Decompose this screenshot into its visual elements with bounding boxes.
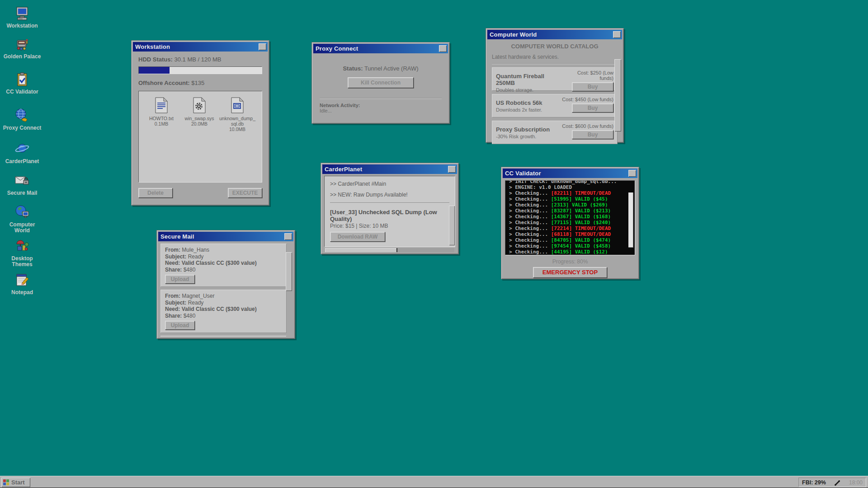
desktop-icon-label: Notepad (3, 290, 42, 296)
carderplanet-titlebar[interactable]: CarderPlanet (322, 164, 457, 174)
divider (492, 63, 618, 64)
computer-icon (14, 5, 30, 22)
globe-monitor-icon (14, 204, 30, 221)
file-howto-txt[interactable]: HOWTO.txt0.1MB (142, 97, 180, 127)
buy-button[interactable]: Buy (572, 103, 613, 113)
desktop-icon-proxy-connect[interactable]: Proxy Connect (3, 108, 42, 131)
file-panel: HOWTO.txt0.1MBwin_swap.sys20.0MBunknown_… (138, 91, 262, 183)
windows-logo-icon (3, 479, 9, 486)
product-name: Quantum Fireball 250MB (496, 73, 563, 86)
file-win-swap-sys[interactable]: win_swap.sys20.0MB (180, 97, 218, 127)
product-purchase: Cost: $600 (Low funds)Buy (562, 123, 613, 141)
desktop-icon-label: CarderPlanet (3, 159, 42, 164)
window-button[interactable] (613, 31, 621, 38)
desktop-icon-computer-world[interactable]: Computer World (3, 204, 42, 234)
desktop-icon-label: Secure Mail (3, 190, 42, 196)
mail-field: Need: Valid Classic CC ($300 value) (165, 260, 282, 267)
product-card-quantum-fireball-250mb: Quantum Fireball 250MBDoubles storage.Co… (492, 67, 618, 91)
vertical-scrollbar[interactable] (449, 206, 455, 245)
cc-validator-titlebar[interactable]: CC Validator (503, 169, 637, 178)
mail-field: Share: $480 (165, 267, 282, 273)
upload-button[interactable]: Upload (165, 321, 195, 330)
buy-button[interactable]: Buy (572, 130, 613, 139)
desktop-icon-label: Proxy Connect (3, 125, 42, 131)
desktop-icon-golden-palace[interactable]: Golden Palace (3, 36, 42, 60)
secure-mail-titlebar[interactable]: Secure Mail (158, 232, 293, 241)
mail-lock-icon (14, 173, 30, 189)
validator-terminal: > INIT CHECK: unknown_dump_sql.db...> EN… (505, 180, 635, 255)
vertical-scrollbar[interactable] (628, 192, 633, 248)
vertical-scrollbar[interactable] (286, 252, 292, 291)
product-cost: Cost: $450 (Low funds) (562, 97, 613, 102)
kill-connection-button[interactable]: Kill Connection (348, 77, 414, 88)
offshore-account-value: $135 (191, 80, 204, 86)
desktop-icon-label: Desktop Themes (3, 256, 42, 267)
window-button[interactable] (259, 43, 266, 50)
desktop-icon-cc-validator[interactable]: CC Validator (3, 71, 42, 95)
mail-field: Need: Valid Classic CC ($300 value) (165, 306, 282, 313)
product-card-us-robotics-56k: US Robotics 56kDownloads 2x faster.Cost:… (492, 94, 618, 117)
desktop-icon-label: Workstation (3, 23, 42, 29)
emergency-stop-button[interactable]: EMERGENCY STOP (533, 267, 607, 278)
mail-field: From: Magnet_User (165, 293, 282, 300)
window-button[interactable] (628, 170, 636, 177)
product-purchase: Cost: $250 (Low funds)Buy (563, 70, 613, 88)
computer-world-titlebar[interactable]: Computer World (487, 30, 622, 39)
file-unknown-dump-sql-db[interactable]: unknown_dump_sql.db10.0MB (218, 97, 256, 132)
chat-line: >> CarderPlanet #Main (330, 181, 449, 187)
desktop-icon-label: CC Validator (3, 89, 42, 95)
hdd-status-value: 30.1 MB / 120 MB (174, 56, 221, 63)
product-info: Proxy Subscription-30% Risk growth. (496, 123, 550, 141)
desktop-icon-label: Golden Palace (3, 54, 42, 60)
execute-button[interactable]: EXECUTE (228, 188, 262, 198)
desktop: WorkstationGolden PalaceCC ValidatorProx… (0, 0, 868, 488)
window-button[interactable] (448, 166, 456, 173)
horizontal-scrollbar[interactable] (325, 248, 454, 252)
file-name: unknown_dump_sql.db (218, 116, 256, 127)
window-title: CarderPlanet (325, 166, 362, 173)
upload-button[interactable]: Upload (165, 275, 195, 284)
terminal-line: > Checking... [51995] VALID ($45) (509, 196, 631, 202)
window-button[interactable] (284, 233, 292, 240)
product-desc: Downloads 2x faster. (496, 107, 542, 113)
horizontal-scrollbar-thumb[interactable] (325, 248, 397, 252)
phone-receiver-icon[interactable] (834, 479, 841, 486)
mail-card-mule-hans: From: Mule_HansSubject: ReadyNeed: Valid… (160, 244, 287, 287)
terminal-line: > Checking... [82211] TIMEOUT/DEAD (509, 190, 631, 196)
offshore-account-label: Offshore Account: (138, 80, 190, 86)
delete-button[interactable]: Delete (138, 188, 173, 198)
proxy-connect-titlebar[interactable]: Proxy Connect (313, 44, 448, 53)
planet-icon (14, 141, 30, 157)
system-tray: FBI: 29% 18:00 (798, 478, 866, 487)
listing-header: [User_33] Unchecked SQL Dump (Low Qualit… (330, 209, 449, 222)
secure-mail-window: Secure Mail From: Mule_HansSubject: Read… (156, 230, 295, 339)
vertical-scrollbar[interactable] (614, 59, 621, 131)
window-button[interactable] (439, 45, 447, 52)
hdd-status-label: HDD Status: (138, 56, 173, 63)
desktop-icon-workstation[interactable]: Workstation (3, 5, 42, 29)
file-name: HOWTO.txt (142, 116, 180, 121)
chat-panel: >> CarderPlanet #Main>> NEW: Raw Dumps A… (324, 176, 455, 247)
mail-card-drop-ivan: From: Drop_IvanSubject: Ready (160, 336, 287, 337)
buy-button[interactable]: Buy (572, 82, 613, 91)
start-button[interactable]: Start (1, 478, 30, 487)
terminal-line: > Checking... [44195] VALID ($12) (509, 249, 631, 255)
proxy-status: Status: Tunnel Active (RAW) (320, 65, 442, 72)
terminal-line: > Checking... [14367] VALID ($168) (509, 214, 631, 220)
text-file-icon (142, 97, 180, 116)
desktop-icon-carderplanet[interactable]: CarderPlanet (3, 141, 42, 164)
desktop-icon-notepad[interactable]: Notepad (3, 272, 42, 296)
catalog-heading: COMPUTER WORLD CATALOG (492, 43, 618, 50)
proxy-connect-window: Proxy Connect Status: Tunnel Active (RAW… (311, 42, 450, 124)
workstation-titlebar[interactable]: Workstation (133, 42, 268, 52)
fbi-trace-level: FBI: 29% (802, 479, 826, 486)
product-info: Quantum Fireball 250MBDoubles storage. (496, 70, 563, 88)
window-title: Secure Mail (160, 233, 194, 240)
database-file-icon (218, 97, 256, 116)
product-desc: Doubles storage. (496, 87, 563, 93)
workstation-window: Workstation HDD Status: 30.1 MB / 120 MB… (131, 40, 269, 206)
desktop-icon-desktop-themes[interactable]: Desktop Themes (3, 238, 42, 267)
desktop-icon-secure-mail[interactable]: Secure Mail (3, 173, 42, 196)
product-card-proxy-subscription: Proxy Subscription-30% Risk growth.Cost:… (492, 121, 618, 144)
download-raw-button[interactable]: Download RAW (330, 232, 385, 242)
